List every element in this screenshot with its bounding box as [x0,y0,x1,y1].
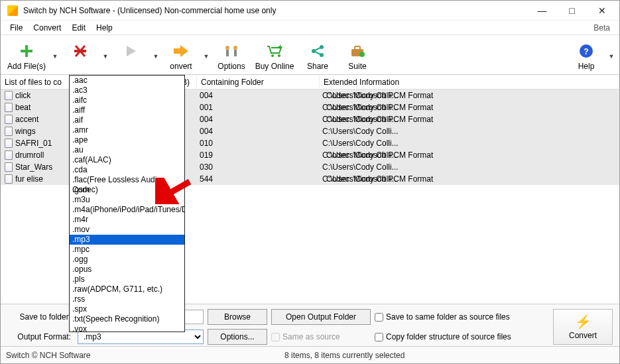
svg-rect-1 [21,50,32,52]
maximize-button[interactable]: □ [557,1,587,21]
status-left: Switch © NCH Software [6,351,284,360]
format-option[interactable]: .gsm [70,185,184,195]
format-option[interactable]: .aac [70,76,184,86]
format-option[interactable]: .caf(ALAC) [70,155,184,165]
window-title: Switch by NCH Software - (Unlicensed) No… [22,6,527,15]
svg-line-17 [315,48,320,50]
help-label: Help [578,62,595,71]
buy-online-button[interactable]: + Buy Online [251,42,298,71]
menubar: File Convert Edit Help Beta [1,21,619,35]
audio-file-icon [5,127,13,136]
app-icon [7,5,18,16]
svg-point-21 [359,52,365,57]
convert-button[interactable]: ⚡ Convert [553,309,613,345]
format-option[interactable]: .ac3 [70,86,184,95]
menu-edit[interactable]: Edit [66,22,91,34]
titlebar: Switch by NCH Software - (Unlicensed) No… [1,1,619,21]
play-button[interactable] [111,42,151,71]
close-button[interactable]: ✕ [587,1,617,21]
audio-file-icon [5,139,13,148]
minimize-button[interactable]: ― [527,1,557,21]
format-option[interactable]: .m4r [70,215,184,225]
save-same-folder-checkbox[interactable]: Save to same folder as source files [375,312,534,322]
toolbar-convert-button[interactable]: onvert [161,42,201,71]
help-button[interactable]: ? Help [566,42,606,71]
format-option[interactable]: .cda [70,165,184,175]
add-files-button[interactable]: Add File(s) [3,42,50,71]
audio-file-icon [5,103,13,112]
svg-text:?: ? [584,47,588,56]
audio-file-icon [5,162,13,172]
format-option[interactable]: .mov [70,225,184,235]
convert-caret[interactable]: ▼ [201,53,212,60]
format-option[interactable]: .amr [70,125,184,135]
audio-file-icon [5,174,13,184]
beta-label: Beta [593,23,615,32]
plus-icon [17,42,36,60]
svg-point-8 [233,46,237,50]
cart-icon: + [265,42,284,60]
svg-marker-5 [127,46,136,56]
menu-help[interactable]: Help [91,22,118,34]
format-option[interactable]: .txt(Speech Recognition) [70,314,184,324]
browse-button[interactable]: Browse [208,309,267,325]
format-option[interactable]: .pls [70,274,184,284]
status-right: 8 items, 8 items currently selected [284,351,404,360]
format-options-button[interactable]: Options... [208,329,267,345]
help-caret[interactable]: ▼ [606,53,617,60]
audio-file-icon [5,115,13,124]
menu-file[interactable]: File [5,22,28,34]
audio-file-icon [5,91,13,100]
lightning-icon: ⚡ [575,314,591,330]
same-as-source-checkbox: Same as source [271,332,371,341]
col-extended[interactable]: Extended Information [320,76,619,89]
options-button[interactable]: Options [212,42,251,71]
suite-label: Suite [348,62,366,71]
format-option[interactable]: .m3u [70,195,184,205]
format-option[interactable]: .rss [70,294,184,304]
audio-file-icon [5,151,13,160]
format-option[interactable]: .flac(Free Lossless Audio Codec) [70,175,184,185]
suite-icon [348,42,367,60]
copy-folder-structure-checkbox[interactable]: Copy folder structure of source files [375,332,534,341]
play-icon [121,42,140,60]
add-files-label: Add File(s) [7,62,46,71]
share-icon [308,42,327,60]
format-option[interactable]: .ogg [70,255,184,265]
format-option[interactable]: .aifc [70,95,184,105]
output-format-dropdown-list[interactable]: .aac.ac3.aifc.aiff.aif.amr.ape.au.caf(AL… [69,75,185,332]
svg-point-12 [278,54,280,57]
options-icon [222,42,241,60]
col-folder[interactable]: Containing Folder [197,76,320,89]
buy-label: Buy Online [255,62,294,71]
add-files-caret[interactable]: ▼ [50,53,60,60]
suite-button[interactable]: Suite [338,42,377,71]
format-option[interactable]: .opus [70,265,184,274]
format-option[interactable]: .aif [70,115,184,125]
open-output-folder-button[interactable]: Open Output Folder [271,309,371,325]
menu-convert[interactable]: Convert [28,22,66,34]
svg-point-7 [225,46,229,50]
save-to-folder-label: Save to folder: [7,312,74,322]
play-caret[interactable]: ▼ [151,53,161,60]
help-icon: ? [577,42,595,60]
format-option[interactable]: .vox [70,324,184,332]
svg-text:+: + [278,44,282,52]
toolbar-convert-label: onvert [170,62,192,71]
format-option[interactable]: .aiff [70,105,184,115]
format-option[interactable]: .au [70,145,184,155]
output-format-label: Output Format: [7,332,74,341]
format-option[interactable]: .mpc [70,245,184,255]
format-option[interactable]: .mp3 [70,235,184,245]
format-option[interactable]: .ape [70,135,184,145]
toolbar: Add File(s) ▼ ▼ ▼ onvert ▼ Options + Buy… [1,35,619,75]
format-option[interactable]: .spx [70,304,184,314]
remove-caret[interactable]: ▼ [100,53,111,60]
share-button[interactable]: Share [298,42,338,71]
format-option[interactable]: .m4a(iPhone/iPod/iPad/iTunes/DSi) [70,205,184,215]
remove-button[interactable] [60,42,100,71]
svg-rect-10 [234,50,237,56]
format-option[interactable]: .raw(ADPCM, G711, etc.) [70,284,184,294]
content-area: List of files to co e(MB) Containing Fol… [1,75,619,334]
svg-marker-6 [174,45,188,57]
